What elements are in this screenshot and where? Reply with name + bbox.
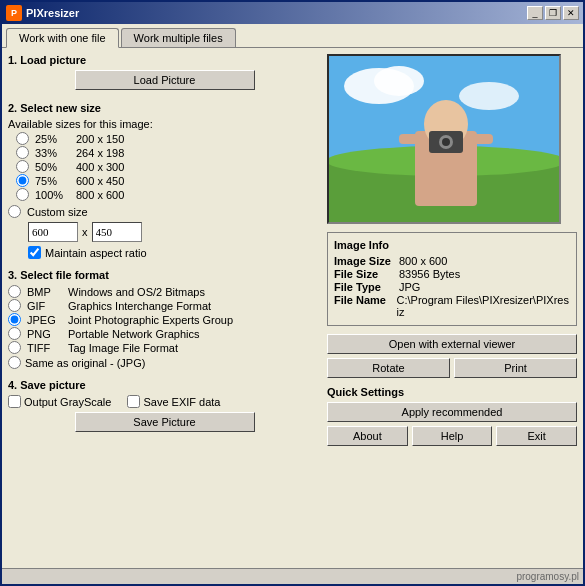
help-button[interactable]: Help: [412, 426, 493, 446]
print-button[interactable]: Print: [454, 358, 577, 378]
bottom-bar: programosy.pl: [2, 568, 583, 584]
open-external-button[interactable]: Open with external viewer: [327, 334, 577, 354]
custom-size-row: Custom size: [8, 205, 321, 218]
title-bar-left: P PIXresizer: [6, 5, 79, 21]
svg-point-10: [442, 138, 450, 146]
right-panel: Image Info Image Size 800 x 600 File Siz…: [327, 54, 577, 562]
format-radio-jpeg[interactable]: [8, 313, 21, 326]
info-size-value: 800 x 600: [399, 255, 447, 267]
image-preview: [327, 54, 561, 224]
save-picture-section: 4. Save picture Output GrayScale Save EX…: [8, 379, 321, 436]
size-dims-33: 264 x 198: [76, 147, 124, 159]
svg-point-3: [459, 82, 519, 110]
size-dims-25: 200 x 150: [76, 133, 124, 145]
select-size-title: 2. Select new size: [8, 102, 321, 114]
size-row-100: 100% 800 x 600: [16, 188, 329, 201]
title-controls: _ ❐ ✕: [527, 6, 579, 20]
format-name-png: PNG: [27, 328, 62, 340]
custom-size-radio[interactable]: [8, 205, 21, 218]
main-window: P PIXresizer _ ❐ ✕ Work with one file Wo…: [0, 0, 585, 586]
same-original-label: Same as original - (JPG): [25, 357, 145, 369]
x-separator: x: [82, 226, 88, 238]
info-filename-value: C:\Program Files\PIXresizer\PIXresiz: [397, 294, 570, 318]
bottom-bar-text: programosy.pl: [516, 571, 579, 582]
info-filesize-value: 83956 Bytes: [399, 268, 460, 280]
exit-button[interactable]: Exit: [496, 426, 577, 446]
select-size-section: 2. Select new size Available sizes for t…: [8, 102, 321, 259]
restore-button[interactable]: ❐: [545, 6, 561, 20]
size-percent-75: 75%: [35, 175, 70, 187]
size-radio-75[interactable]: [16, 174, 29, 187]
close-button[interactable]: ✕: [563, 6, 579, 20]
format-row-jpeg: JPEG Joint Photographic Experts Group: [8, 313, 321, 326]
format-desc-png: Portable Network Graphics: [68, 328, 199, 340]
image-info-box: Image Info Image Size 800 x 600 File Siz…: [327, 232, 577, 326]
tab-work-multiple-files[interactable]: Work multiple files: [121, 28, 236, 47]
format-name-gif: GIF: [27, 300, 62, 312]
sizes-table: 25% 200 x 150 33% 264 x 198 50% 400 x 30…: [16, 132, 329, 201]
about-help-exit-row: About Help Exit: [327, 426, 577, 446]
right-buttons: Open with external viewer Rotate Print: [327, 334, 577, 378]
info-size-row: Image Size 800 x 600: [334, 255, 570, 267]
info-filetype-row: File Type JPG: [334, 281, 570, 293]
format-name-jpeg: JPEG: [27, 314, 62, 326]
tab-bar: Work with one file Work multiple files: [2, 24, 583, 48]
file-format-section: 3. Select file format BMP Windows and OS…: [8, 269, 321, 369]
format-row-png: PNG Portable Network Graphics: [8, 327, 321, 340]
width-input[interactable]: [28, 222, 78, 242]
height-input[interactable]: [92, 222, 142, 242]
svg-point-2: [374, 66, 424, 96]
size-percent-100: 100%: [35, 189, 70, 201]
window-title: PIXresizer: [26, 7, 79, 19]
format-desc-jpeg: Joint Photographic Experts Group: [68, 314, 233, 326]
app-icon: P: [6, 5, 22, 21]
grayscale-checkbox[interactable]: [8, 395, 21, 408]
apply-recommended-button[interactable]: Apply recommended: [327, 402, 577, 422]
size-percent-25: 25%: [35, 133, 70, 145]
quick-settings-title: Quick Settings: [327, 386, 577, 398]
load-picture-button[interactable]: Load Picture: [75, 70, 255, 90]
file-format-title: 3. Select file format: [8, 269, 321, 281]
info-filename-row: File Name C:\Program Files\PIXresizer\PI…: [334, 294, 570, 318]
load-picture-section: 1. Load picture Load Picture: [8, 54, 321, 94]
maintain-aspect-checkbox[interactable]: [28, 246, 41, 259]
same-original-row: Same as original - (JPG): [8, 356, 321, 369]
size-row-75: 75% 600 x 450: [16, 174, 329, 187]
size-inputs: x: [28, 222, 321, 242]
size-radio-100[interactable]: [16, 188, 29, 201]
format-radio-bmp[interactable]: [8, 285, 21, 298]
size-dims-100: 800 x 600: [76, 189, 124, 201]
size-row-25: 25% 200 x 150: [16, 132, 329, 145]
save-picture-button[interactable]: Save Picture: [75, 412, 255, 432]
save-checkboxes: Output GrayScale Save EXIF data: [8, 395, 321, 408]
size-percent-50: 50%: [35, 161, 70, 173]
size-radio-33[interactable]: [16, 146, 29, 159]
about-button[interactable]: About: [327, 426, 408, 446]
title-bar: P PIXresizer _ ❐ ✕: [2, 2, 583, 24]
format-desc-gif: Graphics Interchange Format: [68, 300, 211, 312]
save-picture-title: 4. Save picture: [8, 379, 321, 391]
info-filetype-label: File Type: [334, 281, 399, 293]
size-dims-50: 400 x 300: [76, 161, 124, 173]
info-filesize-row: File Size 83956 Bytes: [334, 268, 570, 280]
format-row-bmp: BMP Windows and OS/2 Bitmaps: [8, 285, 321, 298]
rotate-button[interactable]: Rotate: [327, 358, 450, 378]
maintain-aspect-label: Maintain aspect ratio: [45, 247, 147, 259]
tab-work-one-file[interactable]: Work with one file: [6, 28, 119, 48]
preview-svg: [329, 56, 559, 222]
exif-checkbox[interactable]: [127, 395, 140, 408]
minimize-button[interactable]: _: [527, 6, 543, 20]
format-radio-png[interactable]: [8, 327, 21, 340]
format-radio-same[interactable]: [8, 356, 21, 369]
size-radio-25[interactable]: [16, 132, 29, 145]
format-row-gif: GIF Graphics Interchange Format: [8, 299, 321, 312]
info-filetype-value: JPG: [399, 281, 420, 293]
format-name-bmp: BMP: [27, 286, 62, 298]
format-radio-gif[interactable]: [8, 299, 21, 312]
svg-rect-12: [473, 134, 493, 144]
info-filesize-label: File Size: [334, 268, 399, 280]
format-radio-tiff[interactable]: [8, 341, 21, 354]
quick-settings-section: Quick Settings Apply recommended About H…: [327, 386, 577, 446]
info-size-label: Image Size: [334, 255, 399, 267]
size-radio-50[interactable]: [16, 160, 29, 173]
